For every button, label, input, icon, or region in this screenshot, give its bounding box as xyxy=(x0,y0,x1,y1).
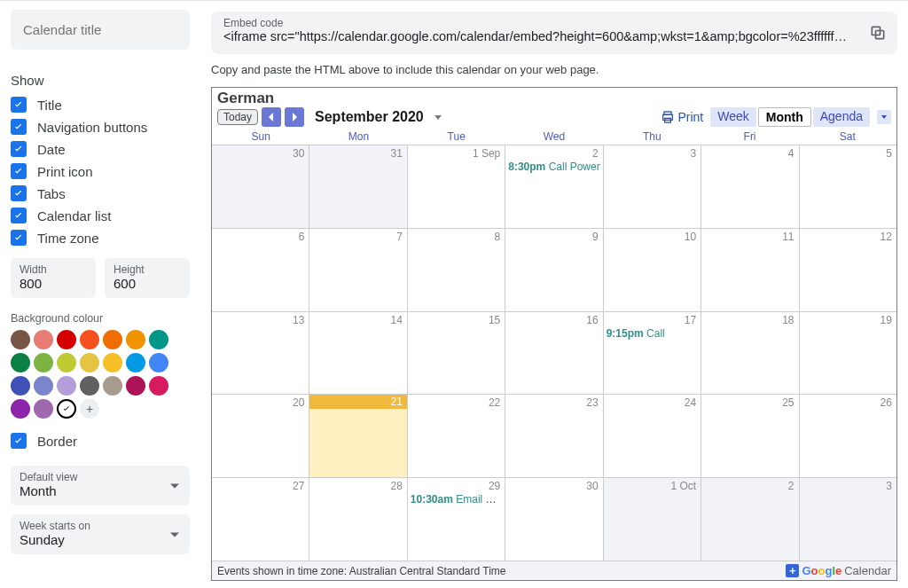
calendar-day[interactable]: 25 xyxy=(701,395,799,477)
colour-swatch[interactable] xyxy=(57,376,76,396)
colour-swatch[interactable] xyxy=(11,353,30,372)
show-option-checkbox[interactable] xyxy=(11,141,27,157)
show-heading: Show xyxy=(11,73,190,88)
embed-value[interactable]: <iframe src="https://calendar.google.com… xyxy=(223,29,855,43)
height-field[interactable]: Height 600 xyxy=(105,258,190,298)
month-dropdown-icon[interactable] xyxy=(434,115,442,120)
view-tab-week[interactable]: Week xyxy=(710,107,756,127)
show-option-checkbox[interactable] xyxy=(11,208,27,223)
view-tab-agenda[interactable]: Agenda xyxy=(813,107,870,127)
colour-swatch[interactable] xyxy=(103,376,122,396)
colour-swatch[interactable] xyxy=(126,330,145,349)
colour-swatch[interactable] xyxy=(149,330,168,349)
calendar-day[interactable]: 1 Sep xyxy=(408,145,505,228)
colour-swatch-selected[interactable] xyxy=(57,399,76,419)
show-option-checkbox[interactable] xyxy=(11,185,27,201)
default-view-select[interactable]: Default view Month xyxy=(11,466,190,506)
calendar-day[interactable]: 11 xyxy=(701,229,799,311)
week-start-select[interactable]: Week starts on Sunday xyxy=(11,514,190,554)
calendar-day[interactable]: 14 xyxy=(309,312,407,395)
colour-swatch[interactable] xyxy=(11,330,30,349)
add-colour-button[interactable]: + xyxy=(80,399,99,419)
calendar-day[interactable]: 6 xyxy=(212,229,309,311)
colour-swatch[interactable] xyxy=(34,353,53,372)
calendar-day[interactable]: 23 xyxy=(505,395,603,477)
colour-swatch[interactable] xyxy=(126,353,145,372)
show-option-label: Calendar list xyxy=(37,208,111,223)
calendar-day[interactable]: 22 xyxy=(408,395,505,477)
calendar-day[interactable]: 30 xyxy=(505,478,603,561)
calendar-day[interactable]: 7 xyxy=(309,229,407,311)
calendar-day[interactable]: 4 xyxy=(701,145,799,228)
calendar-day[interactable]: 8 xyxy=(408,229,505,311)
calendar-day[interactable]: 18 xyxy=(701,312,799,395)
calendar-event[interactable]: 9:15pm Call xyxy=(604,327,701,340)
colour-swatch[interactable] xyxy=(103,330,122,349)
calendar-day[interactable]: 26 xyxy=(800,395,896,477)
show-option-label: Navigation buttons xyxy=(37,120,147,135)
calendar-day[interactable]: 2 xyxy=(701,478,799,561)
calendar-day[interactable]: 30 xyxy=(212,145,309,228)
embed-code-box: Embed code <iframe src="https://calendar… xyxy=(211,12,897,54)
colour-swatch[interactable] xyxy=(149,353,168,372)
show-option-checkbox[interactable] xyxy=(11,119,27,135)
colour-swatch[interactable] xyxy=(57,353,76,372)
calendar-day[interactable]: 16 xyxy=(505,312,603,395)
calendar-day[interactable]: 9 xyxy=(505,229,603,311)
show-option-checkbox[interactable] xyxy=(11,163,27,179)
calendar-day[interactable]: 2910:30am Email Web xyxy=(408,478,505,561)
view-tab-month[interactable]: Month xyxy=(758,107,811,127)
border-checkbox[interactable] xyxy=(11,433,27,449)
colour-swatch[interactable] xyxy=(34,399,53,419)
copy-icon[interactable] xyxy=(869,24,887,44)
google-calendar-link[interactable]: + Google Calendar xyxy=(786,564,891,577)
colour-swatch[interactable] xyxy=(57,330,76,349)
print-button[interactable]: Print xyxy=(661,110,703,124)
colour-swatch[interactable] xyxy=(34,330,53,349)
colour-swatch[interactable] xyxy=(11,376,30,396)
view-tabs: WeekMonthAgenda xyxy=(710,107,870,127)
calendar-day[interactable]: 19 xyxy=(800,312,896,395)
calendar-day[interactable]: 20 xyxy=(212,395,309,477)
calendar-day[interactable]: 31 xyxy=(309,145,407,228)
colour-swatch[interactable] xyxy=(103,353,122,372)
calendar-day[interactable]: 10 xyxy=(604,229,701,311)
calendar-day[interactable]: 3 xyxy=(800,478,896,561)
next-button[interactable] xyxy=(285,107,304,127)
show-option-label: Print icon xyxy=(37,164,93,179)
colour-swatches: + xyxy=(11,330,179,419)
colour-swatch[interactable] xyxy=(80,353,99,372)
calendar-day[interactable]: 27 xyxy=(212,478,309,561)
plus-icon: + xyxy=(786,564,799,577)
colour-swatch[interactable] xyxy=(149,376,168,396)
colour-swatch[interactable] xyxy=(34,376,53,396)
chevron-down-icon xyxy=(170,483,179,488)
view-dropdown-icon[interactable] xyxy=(877,110,891,124)
calendar-day[interactable]: 21 xyxy=(309,395,407,477)
show-option-checkbox[interactable] xyxy=(11,230,27,246)
calendar-day[interactable]: 28 xyxy=(309,478,407,561)
show-option-checkbox[interactable] xyxy=(11,97,27,113)
colour-swatch[interactable] xyxy=(11,399,30,419)
calendar-day[interactable]: 1 Oct xyxy=(604,478,701,561)
calendar-day[interactable]: 15 xyxy=(408,312,505,395)
calendar-day[interactable]: 24 xyxy=(604,395,701,477)
calendar-day[interactable]: 13 xyxy=(212,312,309,395)
today-button[interactable]: Today xyxy=(217,109,258,125)
calendar-event[interactable]: 8:30pm Call Power xyxy=(505,161,602,173)
calendar-day[interactable]: 3 xyxy=(604,145,701,228)
colour-swatch[interactable] xyxy=(80,330,99,349)
show-option-label: Time zone xyxy=(37,231,98,246)
calendar-event[interactable]: 10:30am Email Web xyxy=(408,493,505,506)
helper-text: Copy and paste the HTML above to include… xyxy=(211,63,897,76)
calendar-day[interactable]: 12 xyxy=(800,229,896,311)
calendar-day[interactable]: 28:30pm Call Power xyxy=(505,145,603,228)
width-field[interactable]: Width 800 xyxy=(11,258,96,298)
timezone-text: Events shown in time zone: Australian Ce… xyxy=(217,565,506,577)
colour-swatch[interactable] xyxy=(80,376,99,396)
calendar-title-input[interactable] xyxy=(11,10,190,50)
prev-button[interactable] xyxy=(262,107,281,127)
calendar-day[interactable]: 179:15pm Call xyxy=(604,312,701,395)
calendar-day[interactable]: 5 xyxy=(800,145,896,228)
colour-swatch[interactable] xyxy=(126,376,145,396)
